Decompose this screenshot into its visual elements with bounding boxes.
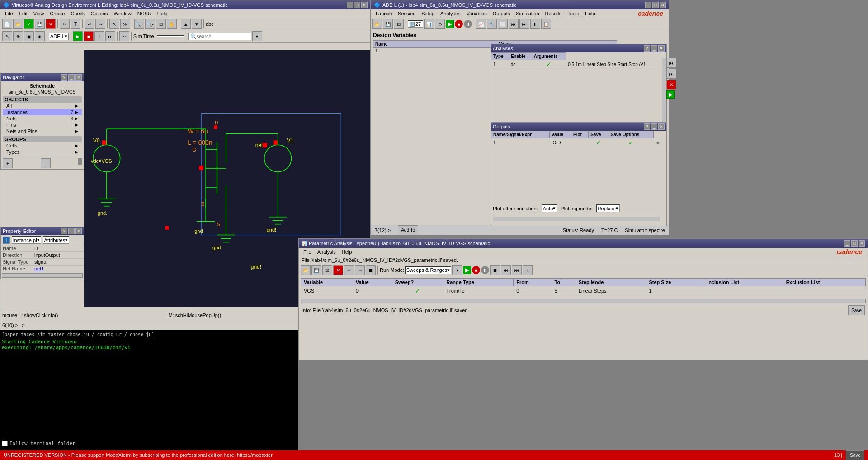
out-row-plot[interactable]: ✓ xyxy=(589,138,609,147)
open-btn[interactable]: 📂 xyxy=(13,19,23,29)
ade-run-btn[interactable]: ▶ xyxy=(446,20,454,28)
nav-item-instances[interactable]: Instances 7 ▶ xyxy=(3,109,82,115)
inst-btn[interactable]: ▣ xyxy=(24,31,34,41)
ade-maximize-btn[interactable]: □ xyxy=(652,2,659,8)
param-close-btn[interactable]: ✕ xyxy=(859,240,865,247)
sel-btn[interactable]: ↖ xyxy=(2,31,12,41)
param-run-btn[interactable]: ▶ xyxy=(463,266,471,274)
param-tb9[interactable]: ⏭ xyxy=(501,265,511,275)
ade-run-input[interactable]: 🔢 27 xyxy=(408,20,423,28)
param-menu-file[interactable]: File xyxy=(301,248,314,256)
prop-scrollbar-h[interactable] xyxy=(2,273,83,278)
nav-min-btn[interactable]: _ xyxy=(68,74,75,81)
ade-close-btn[interactable]: ✕ xyxy=(660,2,666,8)
plot-mode-dropdown[interactable]: Replace ▾ xyxy=(596,204,620,212)
prop-close-btn[interactable]: ✕ xyxy=(75,228,82,234)
ade-tb1[interactable]: 📂 xyxy=(372,19,382,29)
wire-btn[interactable]: ⊕ xyxy=(13,31,23,41)
redo-btn[interactable]: ↪ xyxy=(95,19,105,29)
zoom-out-btn[interactable]: 🔍- xyxy=(145,19,155,29)
menu-create[interactable]: Create xyxy=(47,10,67,17)
param-dropdown-btn[interactable]: ▾ xyxy=(452,265,462,275)
ade-menu-variables[interactable]: Variables xyxy=(464,10,490,17)
step-btn[interactable]: ⏭ xyxy=(105,31,115,41)
nav-minus-btn[interactable]: - xyxy=(41,158,51,168)
delete-btn[interactable]: ✕ xyxy=(46,19,56,29)
sim-time-input[interactable] xyxy=(157,35,184,37)
prop-help-btn[interactable]: ? xyxy=(61,228,67,234)
prop-type-dropdown[interactable]: instance pi ▾ xyxy=(12,236,41,244)
up-btn[interactable]: ▲ xyxy=(181,19,191,29)
add-to-btn[interactable]: Add To xyxy=(398,225,418,235)
pause-btn[interactable]: ⏸ xyxy=(94,31,104,41)
save-btn[interactable]: Save xyxy=(846,450,864,460)
analyses-enable-cell[interactable]: ✓ xyxy=(532,60,566,69)
search-dropdown-btn[interactable]: ▾ xyxy=(252,31,262,41)
param-tb8[interactable]: ⏹ xyxy=(490,265,500,275)
ade-tb10[interactable]: ⏭ xyxy=(519,19,529,29)
menu-edit[interactable]: Edit xyxy=(16,10,30,17)
nav-item-nets[interactable]: Nets 3 ▶ xyxy=(3,115,82,122)
analyses-scrollbar-v[interactable] xyxy=(662,58,666,129)
undo-btn[interactable]: ↩ xyxy=(85,19,94,29)
menu-window[interactable]: Window xyxy=(111,10,134,17)
ade-pause-btn[interactable]: ⏸ xyxy=(464,20,472,28)
ade-menu-results[interactable]: Results xyxy=(542,10,565,17)
outputs-min-btn[interactable]: _ xyxy=(651,123,657,130)
param-pause-btn[interactable]: ⏸ xyxy=(481,266,489,274)
ade-minimize-btn[interactable]: _ xyxy=(645,2,651,8)
ade-menu-session[interactable]: Session xyxy=(395,10,418,17)
param-tb11[interactable]: ⏸ xyxy=(523,265,533,275)
ade-tb9[interactable]: ⏮ xyxy=(509,19,519,29)
prop-attr-dropdown[interactable]: Attributes ▾ xyxy=(43,236,69,244)
search-input[interactable] xyxy=(197,33,251,39)
analyses-row-1[interactable]: 1 dc ✓ 0 5 1m Linear Step Size Start-Sto… xyxy=(491,60,666,69)
param-tb5[interactable]: ↩ xyxy=(344,265,354,275)
ade-menu-help[interactable]: Help xyxy=(582,10,598,17)
nav-close-btn[interactable]: ✕ xyxy=(75,74,82,81)
nav-item-types[interactable]: Types ▶ xyxy=(3,149,82,155)
ade-menu-launch[interactable]: Launch xyxy=(373,10,395,17)
nav-item-all[interactable]: All ▶ xyxy=(3,103,82,109)
run-green-btn[interactable]: ▶ xyxy=(73,31,83,41)
ade-menu-analyses[interactable]: Analyses xyxy=(438,10,463,17)
nav-add-btn[interactable]: + xyxy=(3,158,13,168)
prop-type-icon[interactable]: i xyxy=(3,237,10,244)
waves-btn[interactable]: 〰 xyxy=(119,31,129,41)
param-open-btn[interactable]: 📂 xyxy=(301,265,311,275)
menu-file[interactable]: File xyxy=(2,10,16,17)
new-btn[interactable]: 📄 xyxy=(2,19,12,29)
param-maximize-btn[interactable]: □ xyxy=(851,240,858,247)
prop-min-btn[interactable]: _ xyxy=(68,228,75,234)
down-btn[interactable]: ▼ xyxy=(192,19,202,29)
out-row-save[interactable]: ✓ xyxy=(609,138,654,147)
cut-btn[interactable]: ✂ xyxy=(60,19,70,29)
ade-menu-simulation[interactable]: Simulation xyxy=(513,10,542,17)
param-tb6[interactable]: ↪ xyxy=(355,265,365,275)
menu-check[interactable]: Check xyxy=(68,10,87,17)
param-minimize-btn[interactable]: _ xyxy=(844,240,850,247)
ade-tb4[interactable]: 📊 xyxy=(424,19,434,29)
menu-view[interactable]: View xyxy=(31,10,47,17)
param-save-btn[interactable]: 💾 xyxy=(311,265,321,275)
param-save-btn2[interactable]: Save xyxy=(848,305,865,315)
nav-item-nets-and-pins[interactable]: Nets and Pins ▶ xyxy=(3,128,82,134)
ade-tb12[interactable]: 📋 xyxy=(541,19,551,29)
close-button[interactable]: ✕ xyxy=(361,2,368,8)
plot-auto-dropdown[interactable]: Auto ▾ xyxy=(542,204,557,212)
prop-netname-link[interactable]: net1 xyxy=(34,266,44,271)
menu-help[interactable]: Help xyxy=(155,10,170,17)
analyses-min-btn[interactable]: _ xyxy=(651,45,657,52)
analyses-help-btn[interactable]: ? xyxy=(644,45,650,52)
ade-stop-btn[interactable]: ■ xyxy=(455,20,463,28)
outputs-row-1[interactable]: 1 IO/D ✓ ✓ no xyxy=(491,138,666,147)
outputs-help-btn[interactable]: ? xyxy=(644,123,650,130)
ade-menu-outputs[interactable]: Outputs xyxy=(490,10,513,17)
analyses-close-btn[interactable]: ✕ xyxy=(658,45,665,52)
param-stop-btn[interactable]: ■ xyxy=(472,266,480,274)
ade-tb5[interactable]: ⚙ xyxy=(435,19,445,29)
run-mode-dropdown[interactable]: Sweeps & Ranges ▾ xyxy=(405,266,452,274)
ade-tb7[interactable]: 🔧 xyxy=(487,19,497,29)
ade-menu-setup[interactable]: Setup xyxy=(419,10,437,17)
nav-item-pins[interactable]: Pins ▶ xyxy=(3,122,82,128)
